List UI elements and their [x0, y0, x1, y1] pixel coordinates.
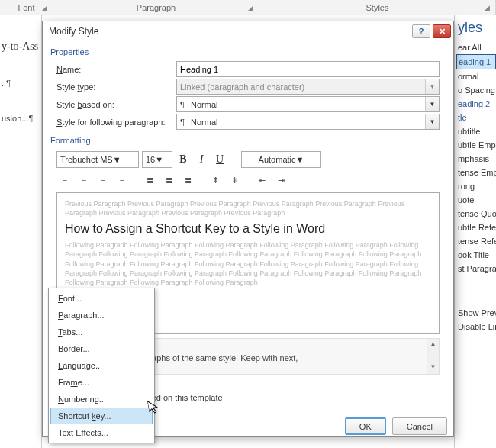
menu-shortcut-key[interactable]: Shortcut key...: [50, 408, 153, 424]
dialog-launcher-icon[interactable]: ◢: [248, 4, 257, 13]
following-label: Style for following paragraph:: [50, 118, 176, 127]
italic-button[interactable]: I: [194, 152, 209, 167]
line-spacing-2-button[interactable]: ≣: [179, 172, 196, 188]
help-button[interactable]: ?: [412, 24, 430, 38]
indent-inc-button[interactable]: ⇥: [272, 172, 289, 188]
ok-button[interactable]: OK: [345, 417, 386, 435]
align-right-button[interactable]: ≡: [95, 172, 111, 188]
menu-numbering[interactable]: Numbering...: [50, 391, 153, 408]
style-entry[interactable]: tense Emp: [456, 166, 496, 179]
menu-font[interactable]: Font...: [50, 290, 153, 307]
size-combo[interactable]: 16▼: [142, 151, 172, 168]
dialog-title: Modify Style: [49, 26, 98, 37]
style-entry[interactable]: ear All: [456, 40, 496, 54]
menu-text-effects[interactable]: Text Effects...: [50, 424, 153, 441]
style-entry[interactable]: ubtle Refer: [456, 221, 496, 234]
cancel-button[interactable]: Cancel: [392, 417, 447, 435]
close-button[interactable]: ✕: [433, 24, 451, 38]
chevron-down-icon[interactable]: ▼: [155, 155, 163, 164]
show-preview-link[interactable]: Show Previ: [456, 306, 496, 320]
style-entry[interactable]: ubtle Emph: [456, 138, 496, 152]
line-spacing-15-button[interactable]: ≣: [160, 172, 177, 188]
style-entry[interactable]: tense Quo: [456, 207, 496, 221]
line-spacing-1-button[interactable]: ≣: [141, 172, 158, 188]
menu-paragraph[interactable]: Paragraph...: [50, 307, 153, 324]
document-area: y-to-Ass ..¶ usion...¶: [0, 15, 42, 448]
underline-button[interactable]: U: [212, 152, 227, 167]
chevron-down-icon: ▼: [425, 79, 439, 94]
chevron-down-icon[interactable]: ▼: [296, 155, 304, 164]
chevron-down-icon[interactable]: ▼: [425, 114, 439, 129]
font-color-combo[interactable]: Automatic▼: [241, 151, 321, 168]
styles-pane-title: yles: [456, 18, 496, 40]
style-entry[interactable]: st Paragra: [456, 262, 496, 276]
dialog-titlebar: Modify Style ? ✕: [43, 21, 453, 41]
dialog-launcher-icon[interactable]: ◢: [42, 4, 51, 13]
ribbon-group-styles: Styles◢: [259, 0, 496, 15]
align-left-button[interactable]: ≡: [56, 172, 73, 188]
style-entry[interactable]: ormal: [456, 69, 496, 83]
format-menu: Font... Paragraph... Tabs... Border... L…: [48, 288, 155, 443]
dialog-launcher-icon[interactable]: ◢: [485, 4, 494, 13]
chevron-down-icon[interactable]: ▼: [425, 97, 439, 111]
name-label: Name:: [50, 65, 176, 74]
formatting-section: Formatting: [50, 134, 446, 148]
style-entry[interactable]: ook Title: [456, 248, 496, 262]
ribbon-group-font: Font◢: [0, 0, 53, 15]
description-scrollbar[interactable]: ▲▼: [427, 339, 439, 374]
align-center-button[interactable]: ≡: [76, 172, 92, 188]
style-entry-selected[interactable]: eading 1: [456, 54, 496, 69]
menu-frame[interactable]: Frame...: [50, 374, 153, 391]
properties-section: Properties: [50, 46, 446, 60]
preview-following-text: Following Paragraph Following Paragraph …: [65, 240, 431, 287]
style-type-combo: Linked (paragraph and character)▼: [176, 79, 440, 95]
menu-border[interactable]: Border...: [50, 340, 153, 357]
styles-pane: yles ear All eading 1 ormal o Spacing ea…: [454, 15, 496, 448]
indent-dec-button[interactable]: ⇤: [253, 172, 270, 188]
disable-linked-link[interactable]: Disable Lin: [456, 320, 496, 334]
space-before-inc-button[interactable]: ⇞: [207, 172, 224, 188]
space-before-dec-button[interactable]: ⇟: [226, 172, 243, 188]
justify-button[interactable]: ≡: [114, 172, 130, 188]
based-on-label: Style based on:: [50, 100, 176, 109]
menu-language[interactable]: Language...: [50, 357, 153, 374]
style-entry[interactable]: o Spacing: [456, 83, 496, 97]
following-combo[interactable]: ¶Normal▼: [176, 114, 440, 130]
style-entry[interactable]: tense Refe: [456, 234, 496, 248]
style-entry[interactable]: eading 2: [456, 97, 496, 111]
style-entry[interactable]: ubtitle: [456, 124, 496, 138]
based-on-combo[interactable]: ¶Normal▼: [176, 96, 440, 112]
font-combo[interactable]: Trebuchet MS▼: [56, 151, 139, 168]
menu-tabs[interactable]: Tabs...: [50, 324, 153, 340]
style-entry[interactable]: rong: [456, 179, 496, 193]
preview-previous-text: Previous Paragraph Previous Paragraph Pr…: [65, 199, 431, 218]
preview-heading: How to Assign a Shortcut Key to a Style …: [65, 218, 431, 240]
ribbon-groups: Font◢ Paragraph◢ Styles◢: [0, 0, 496, 15]
style-type-label: Style type:: [50, 82, 176, 92]
style-entry[interactable]: uote: [456, 193, 496, 207]
bold-button[interactable]: B: [176, 152, 191, 167]
chevron-down-icon[interactable]: ▼: [113, 155, 121, 164]
style-entry[interactable]: tle: [456, 111, 496, 124]
name-input[interactable]: [176, 61, 440, 77]
ribbon-group-paragraph: Paragraph◢: [53, 0, 259, 15]
style-entry[interactable]: mphasis: [456, 152, 496, 166]
